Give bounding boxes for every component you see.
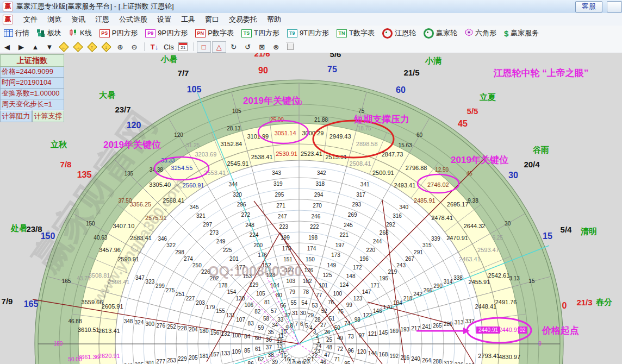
winner-service-label: 赢家服务 <box>511 28 539 38</box>
kline-icon <box>69 28 78 38</box>
toolbar-t-square[interactable]: TST四方形 <box>238 27 283 40</box>
svg-text:大暑: 大暑 <box>99 90 115 99</box>
menu-公式选股[interactable]: 公式选股 <box>114 14 152 24</box>
toolbar-t-number-table[interactable]: TNT数字表 <box>333 27 378 40</box>
svg-text:171: 171 <box>371 283 380 288</box>
svg-text:27: 27 <box>320 322 327 328</box>
svg-text:316: 316 <box>393 213 402 219</box>
tool-box-x-tool[interactable]: ⊠ <box>256 42 269 52</box>
svg-text:106: 106 <box>244 302 253 308</box>
svg-text:2: 2 <box>315 333 319 339</box>
customer-service-button[interactable]: 客服 <box>575 1 602 12</box>
tool-zoom-out[interactable]: ⊖ <box>128 42 141 52</box>
svg-text:126: 126 <box>304 267 313 273</box>
svg-text:108: 108 <box>232 332 241 338</box>
svg-text:104: 104 <box>270 283 279 288</box>
svg-text:299: 299 <box>156 283 165 289</box>
svg-text:205: 205 <box>189 355 198 361</box>
tool-forward[interactable]: ▶ <box>15 42 28 52</box>
calc-resistance-button[interactable]: 计算阻力 <box>0 110 32 122</box>
svg-text:71: 71 <box>334 356 341 362</box>
svg-text:133: 133 <box>221 350 231 356</box>
tool-triangle-tool[interactable]: △ <box>212 41 226 53</box>
svg-text:343: 343 <box>272 170 281 176</box>
svg-text:216: 216 <box>400 355 409 361</box>
menu-资讯[interactable]: 资讯 <box>66 14 90 24</box>
tool-rotate-ccw[interactable]: ↺ <box>241 42 254 52</box>
tool-zoom-in[interactable]: ⊕ <box>114 42 127 52</box>
tool-page-down[interactable]: ▼ <box>43 42 56 52</box>
svg-text:324: 324 <box>135 319 144 325</box>
svg-text:147: 147 <box>362 289 371 295</box>
menu-工具[interactable]: 工具 <box>176 14 200 24</box>
svg-text:50: 50 <box>334 325 341 331</box>
tool-clear-tool[interactable] <box>284 42 297 52</box>
svg-text:315: 315 <box>422 242 432 248</box>
toolbar-p-number-table[interactable]: PNP数字表 <box>191 27 238 40</box>
svg-text:132: 132 <box>221 331 231 337</box>
svg-text:146: 146 <box>373 308 382 314</box>
tool-cls[interactable]: Cls <box>162 42 176 52</box>
svg-text:9.38: 9.38 <box>468 198 478 204</box>
tool-diamond-right[interactable]: → <box>71 42 84 52</box>
tool-diamond-up[interactable]: ↑ <box>85 42 98 52</box>
toolbar-p-square[interactable]: PSP四方形 <box>96 27 142 40</box>
svg-text:345: 345 <box>190 204 199 210</box>
toolbar-winner-service[interactable]: $赢家服务 <box>500 27 543 40</box>
svg-text:192: 192 <box>389 353 399 359</box>
svg-text:293: 293 <box>352 202 362 208</box>
svg-text:200: 200 <box>253 242 263 248</box>
toolbar-hexagon[interactable]: 六角形 <box>461 27 500 40</box>
calc-support-button[interactable]: 计算支撑 <box>32 110 64 122</box>
menu-设置[interactable]: 设置 <box>152 14 176 24</box>
svg-text:56: 56 <box>280 303 287 309</box>
svg-text:77: 77 <box>316 292 322 298</box>
gann-wheel-chart[interactable]: 1234567891011121314151617181920212223242… <box>0 0 622 364</box>
svg-text:2019年关键位: 2019年关键位 <box>451 155 508 165</box>
svg-text:小满: 小满 <box>425 56 441 65</box>
toolbar-winner-wheel[interactable]: 赢家轮 <box>420 27 461 40</box>
toolbar-gann-wheel[interactable]: 江恩轮 <box>378 27 420 40</box>
svg-text:20/4: 20/4 <box>524 160 540 169</box>
menu-窗口[interactable]: 窗口 <box>200 14 224 24</box>
svg-text:323: 323 <box>146 279 155 285</box>
menu-江恩[interactable]: 江恩 <box>90 14 114 24</box>
svg-text:45: 45 <box>458 119 468 128</box>
toolbar-quotes[interactable]: 行情 <box>0 27 33 40</box>
toolbar-sectors[interactable]: 板块 <box>33 27 65 40</box>
tool-diamond-down[interactable]: ↓ <box>99 42 113 52</box>
tool-square-tool[interactable]: □ <box>197 41 211 53</box>
menu-交易委托[interactable]: 交易委托 <box>224 14 262 24</box>
svg-text:2613.41: 2613.41 <box>98 328 120 334</box>
svg-text:228: 228 <box>178 325 187 331</box>
svg-text:24: 24 <box>315 343 322 349</box>
svg-text:179: 179 <box>206 304 215 310</box>
tool-page-up[interactable]: ▲ <box>29 42 42 52</box>
svg-text:2455.91: 2455.91 <box>469 279 490 285</box>
svg-text:148: 148 <box>346 273 356 279</box>
menu-文件[interactable]: 文件 <box>18 14 42 24</box>
titlebar-extra-button[interactable] <box>607 1 622 12</box>
svg-text:5/4: 5/4 <box>561 225 573 234</box>
toolbar-9p-square[interactable]: P99P四方形 <box>141 27 191 40</box>
svg-text:340: 340 <box>399 204 408 210</box>
sectors-icon <box>37 29 45 37</box>
menu-帮助[interactable]: 帮助 <box>262 14 286 24</box>
svg-text:清明: 清明 <box>580 227 597 236</box>
tool-time-down[interactable]: T↓ <box>148 42 161 52</box>
tool-calendar[interactable]: 21 <box>177 42 190 52</box>
svg-text:30: 30 <box>300 310 307 316</box>
svg-text:199: 199 <box>281 235 290 241</box>
hexagon-label: 六角形 <box>475 28 496 38</box>
tool-back[interactable]: ◀ <box>1 42 14 52</box>
svg-text:4: 4 <box>309 325 313 331</box>
svg-text:处暑: 处暑 <box>10 223 27 233</box>
tool-center-mark-tool[interactable]: ⊗ <box>270 42 283 52</box>
toolbar-9t-square[interactable]: T99T四方形 <box>283 27 333 40</box>
tool-rotate-cw[interactable]: ↻ <box>227 42 240 52</box>
menu-浏览[interactable]: 浏览 <box>42 14 66 24</box>
svg-text:268: 268 <box>380 230 389 236</box>
tool-diamond-left[interactable]: ← <box>57 42 70 52</box>
toolbar-kline[interactable]: K线 <box>65 27 96 40</box>
svg-text:339: 339 <box>431 236 440 242</box>
